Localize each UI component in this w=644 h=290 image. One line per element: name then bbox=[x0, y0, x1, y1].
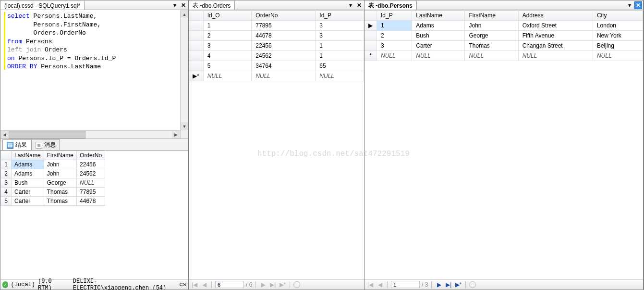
result-col-header[interactable] bbox=[1, 151, 12, 160]
grid-cell[interactable]: London bbox=[593, 21, 643, 31]
grid-cell[interactable]: Thomas bbox=[465, 41, 518, 51]
sql-text-editor[interactable]: select Persons.LastName, Persons.FirstNa… bbox=[0, 10, 188, 139]
nav-prev-icon[interactable]: ◀ bbox=[376, 281, 384, 289]
grid-cell[interactable]: 77895 bbox=[252, 21, 316, 31]
grid-cell[interactable]: 1 bbox=[316, 41, 364, 51]
result-col-header[interactable]: OrderNo bbox=[77, 151, 105, 160]
grid-cell[interactable]: Carter bbox=[412, 41, 465, 51]
nav-first-icon[interactable]: |◀ bbox=[191, 281, 198, 289]
result-cell[interactable]: Adams bbox=[12, 169, 44, 178]
grid-col-header[interactable]: LastName bbox=[412, 11, 465, 21]
grid-cell[interactable]: 44678 bbox=[252, 31, 316, 41]
grid-cell[interactable]: NULL bbox=[465, 51, 518, 61]
grid-col-header[interactable]: Id_O bbox=[203, 11, 252, 21]
row-header[interactable] bbox=[365, 41, 377, 51]
grid-cell[interactable]: John bbox=[465, 21, 518, 31]
grid-cell[interactable]: New York bbox=[593, 31, 643, 41]
grid-cell[interactable]: 22456 bbox=[252, 41, 316, 51]
grid-cell[interactable]: 2 bbox=[377, 31, 412, 41]
grid-cell[interactable]: Bush bbox=[412, 31, 465, 41]
result-cell[interactable]: 1 bbox=[1, 160, 12, 169]
grid-cell[interactable]: 1 bbox=[377, 21, 412, 31]
result-cell[interactable]: Adams bbox=[12, 160, 44, 169]
row-header[interactable] bbox=[365, 31, 377, 41]
result-cell[interactable]: Carter bbox=[12, 197, 44, 206]
grid-col-header[interactable]: FirstName bbox=[465, 11, 518, 21]
result-cell[interactable]: 2 bbox=[1, 169, 12, 178]
result-cell[interactable]: NULL bbox=[77, 178, 105, 188]
nav-prev-icon[interactable]: ◀ bbox=[200, 281, 208, 289]
row-header[interactable] bbox=[189, 21, 203, 31]
grid-cell[interactable]: NULL bbox=[203, 71, 252, 81]
grid-cell[interactable]: NULL bbox=[518, 51, 593, 61]
grid-cell[interactable]: 5 bbox=[203, 61, 252, 71]
nav-last-icon[interactable]: ▶| bbox=[445, 281, 452, 289]
tab-messages[interactable]: ≡ 消息 bbox=[31, 139, 60, 150]
sql-tab-title[interactable]: (local).cssd - SQLQuery1.sql* bbox=[0, 0, 85, 10]
row-header[interactable] bbox=[189, 31, 203, 41]
row-header[interactable]: ▶ bbox=[365, 21, 377, 31]
results-grid[interactable]: LastNameFirstNameOrderNo1AdamsJohn224562… bbox=[0, 151, 188, 279]
grid-cell[interactable]: 3 bbox=[316, 31, 364, 41]
grid-cell[interactable]: 1 bbox=[316, 51, 364, 61]
grid-col-header[interactable]: Id_P bbox=[377, 11, 412, 21]
result-cell[interactable]: Carter bbox=[12, 188, 44, 197]
row-header[interactable] bbox=[189, 51, 203, 61]
nav-position-input[interactable] bbox=[391, 281, 420, 288]
grid-cell[interactable]: Beijing bbox=[593, 41, 643, 51]
result-col-header[interactable]: FirstName bbox=[44, 151, 76, 160]
tab-menu-icon[interactable]: ▾ bbox=[347, 1, 354, 9]
grid-cell[interactable]: 1 bbox=[203, 21, 252, 31]
nav-first-icon[interactable]: |◀ bbox=[366, 281, 374, 289]
orders-tab-title[interactable]: 表 - dbo.Orders bbox=[189, 0, 235, 10]
persons-grid[interactable]: Id_PLastNameFirstNameAddressCity▶1AdamsJ… bbox=[365, 10, 643, 279]
result-cell[interactable]: Thomas bbox=[44, 188, 76, 197]
grid-cell[interactable]: NULL bbox=[593, 51, 643, 61]
result-cell[interactable]: 22456 bbox=[77, 160, 105, 169]
grid-cell[interactable]: NULL bbox=[377, 51, 412, 61]
result-col-header[interactable]: LastName bbox=[12, 151, 44, 160]
close-icon[interactable]: ✕ bbox=[634, 1, 642, 9]
nav-position-input[interactable] bbox=[215, 281, 244, 288]
grid-cell[interactable]: 3 bbox=[377, 41, 412, 51]
grid-col-header[interactable]: OrderNo bbox=[252, 11, 316, 21]
scroll-thumb[interactable] bbox=[9, 131, 85, 139]
grid-cell[interactable]: NULL bbox=[412, 51, 465, 61]
grid-cell[interactable]: 3 bbox=[316, 21, 364, 31]
tab-menu-icon[interactable]: ▾ bbox=[626, 1, 633, 9]
grid-col-header[interactable]: City bbox=[593, 11, 643, 21]
scroll-down-icon[interactable]: ▼ bbox=[181, 122, 188, 130]
nav-next-icon[interactable]: ▶ bbox=[259, 281, 267, 289]
grid-cell[interactable]: Oxford Street bbox=[518, 21, 593, 31]
close-icon[interactable]: ✕ bbox=[355, 1, 363, 9]
nav-last-icon[interactable]: ▶| bbox=[269, 281, 277, 289]
nav-next-icon[interactable]: ▶ bbox=[435, 281, 443, 289]
row-header[interactable]: * bbox=[365, 51, 377, 61]
grid-col-header[interactable]: Address bbox=[518, 11, 593, 21]
nav-stop-icon[interactable] bbox=[469, 281, 476, 288]
vertical-scrollbar[interactable]: ▲ ▼ bbox=[180, 10, 188, 139]
result-cell[interactable]: John bbox=[44, 169, 76, 178]
result-cell[interactable]: Thomas bbox=[44, 197, 76, 206]
result-cell[interactable]: 5 bbox=[1, 197, 12, 206]
result-cell[interactable]: George bbox=[44, 178, 76, 188]
result-cell[interactable]: 4 bbox=[1, 188, 12, 197]
nav-new-icon[interactable]: ▶* bbox=[279, 281, 286, 289]
tab-menu-icon[interactable]: ▾ bbox=[171, 1, 179, 9]
tab-results[interactable]: ▦ 结果 bbox=[2, 139, 31, 150]
scroll-right-icon[interactable]: ▶ bbox=[172, 131, 180, 139]
nav-new-icon[interactable]: ▶* bbox=[454, 281, 462, 289]
grid-cell[interactable]: Adams bbox=[412, 21, 465, 31]
grid-col-header[interactable] bbox=[365, 11, 377, 21]
horizontal-scrollbar[interactable]: ◀ ▶ bbox=[0, 130, 180, 139]
result-cell[interactable]: 3 bbox=[1, 178, 12, 188]
grid-cell[interactable]: 3 bbox=[203, 41, 252, 51]
grid-cell[interactable]: 4 bbox=[203, 51, 252, 61]
scroll-left-icon[interactable]: ◀ bbox=[0, 131, 9, 139]
close-icon[interactable]: ✕ bbox=[180, 1, 187, 9]
row-header[interactable] bbox=[189, 41, 203, 51]
grid-cell[interactable]: 24562 bbox=[252, 51, 316, 61]
result-cell[interactable]: Bush bbox=[12, 178, 44, 188]
grid-cell[interactable]: Fifth Avenue bbox=[518, 31, 593, 41]
grid-cell[interactable]: 2 bbox=[203, 31, 252, 41]
